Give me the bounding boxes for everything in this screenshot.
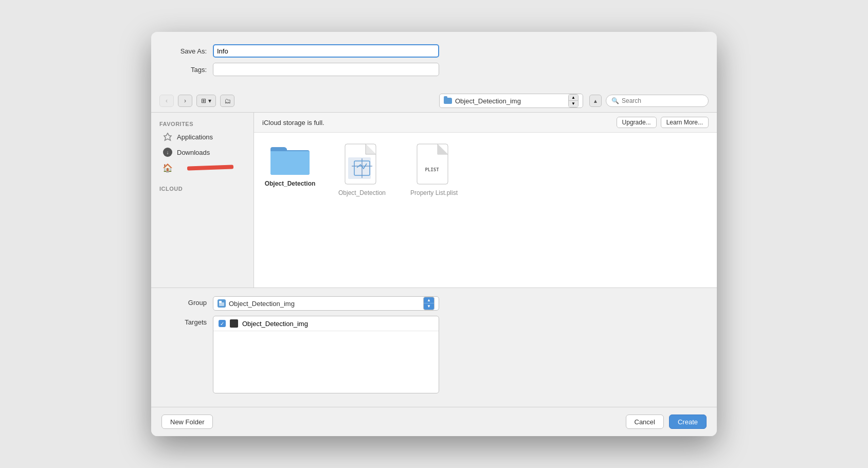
svg-rect-5 [219,302,224,306]
downloads-label: Downloads [177,149,210,156]
targets-row: Targets ✓ Object_Detection_img [172,316,696,393]
sidebar: Favorites Applications ↓ Downloads [151,113,254,287]
xcode-icon-graphic [344,143,380,185]
group-icon [218,299,226,308]
sidebar-item-downloads[interactable]: ↓ Downloads [154,145,250,160]
targets-list: ✓ Object_Detection_img [213,316,439,393]
learn-more-button[interactable]: Learn More... [661,117,709,128]
sidebar-item-applications[interactable]: Applications [154,129,250,145]
plist-icon-graphic: PLIST [416,143,452,185]
group-picker[interactable]: Object_Detection_img ▲ ▼ [213,296,439,311]
icloud-label: iCloud [151,184,254,194]
group-value: Object_Detection_img [229,300,420,308]
stepper-up-icon[interactable]: ▲ [569,95,578,101]
new-folder-button[interactable]: New Folder [161,415,213,429]
favorites-label: Favorites [151,119,254,129]
search-input[interactable] [622,97,699,104]
group-row: Group Object_Detection_img ▲ ▼ [172,296,696,311]
target-name-0: Object_Detection_img [242,320,308,328]
downloads-icon: ↓ [163,148,172,157]
grid-icon: ⊞ [201,97,206,104]
file-item-xcode[interactable]: Object_Detection [336,143,388,196]
file-name-plist: Property List.plist [410,189,458,196]
target-row-0[interactable]: ✓ Object_Detection_img [213,316,439,331]
bottom-buttons: New Folder Cancel Create [151,407,717,436]
view-options-button[interactable]: ⊞ ▾ [196,95,216,107]
toolbar: ‹ › ⊞ ▾ 🗂 Object_Detection_img ▲ ▼ ▲ 🔍 [151,89,717,113]
new-folder-icon: 🗂 [224,97,231,105]
tags-label: Tags: [172,66,213,74]
save-as-input[interactable] [213,44,439,58]
search-box[interactable]: 🔍 [606,95,709,107]
redaction-overlay [187,165,233,170]
expand-button[interactable]: ▲ [589,95,602,107]
location-stepper[interactable]: ▲ ▼ [568,94,578,107]
top-form: Save As: Tags: [151,32,717,89]
icloud-actions: Upgrade... Learn More... [617,117,709,128]
home-icon: 🏠 [162,163,173,173]
targets-label: Targets [172,316,213,326]
targets-empty-area [213,331,439,393]
applications-icon [162,132,173,142]
folder-icon [444,98,452,104]
tags-row: Tags: [172,63,696,76]
save-dialog: Save As: Tags: ‹ › ⊞ ▾ 🗂 Object_Detectio… [151,32,717,436]
file-item-folder[interactable]: Object_Detection [264,143,316,187]
svg-text:PLIST: PLIST [425,167,439,172]
target-app-icon-0 [230,319,238,328]
back-icon: ‹ [166,97,168,104]
back-button[interactable]: ‹ [159,95,174,107]
expand-icon: ▲ [593,98,598,104]
icloud-section: iCloud [151,184,254,194]
main-content: Favorites Applications ↓ Downloads [151,113,717,287]
search-icon: 🔍 [611,97,619,104]
sidebar-item-home[interactable]: 🏠 [154,160,250,175]
file-name-xcode: Object_Detection [338,189,386,196]
save-as-label: Save As: [172,47,213,55]
folder-icon-graphic [269,143,311,176]
group-stepper[interactable]: ▲ ▼ [423,297,435,310]
icloud-message: iCloud storage is full. [262,119,324,127]
group-stepper-down[interactable]: ▼ [424,303,434,310]
chevron-down-icon: ▾ [208,97,211,104]
file-browser: iCloud storage is full. Upgrade... Learn… [254,113,717,287]
group-stepper-up[interactable]: ▲ [424,297,434,303]
right-buttons: Cancel Create [626,415,707,429]
bottom-form: Group Object_Detection_img ▲ ▼ Targets [151,287,717,407]
tags-input[interactable] [213,63,439,76]
forward-icon: › [184,97,186,104]
file-name-folder: Object_Detection [265,180,316,187]
target-checkbox-0[interactable]: ✓ [219,320,226,327]
group-label: Group [172,296,213,307]
stepper-down-icon[interactable]: ▼ [569,101,578,107]
icloud-banner: iCloud storage is full. Upgrade... Learn… [254,113,717,133]
cancel-button[interactable]: Cancel [626,415,664,429]
applications-label: Applications [177,133,213,141]
location-picker[interactable]: Object_Detection_img ▲ ▼ [439,94,583,108]
file-item-plist[interactable]: PLIST Property List.plist [408,143,460,196]
forward-button[interactable]: › [178,95,192,107]
files-area: Object_Detection Object [254,133,717,287]
svg-rect-6 [219,301,222,303]
new-folder-toolbar-button[interactable]: 🗂 [220,95,234,107]
save-as-row: Save As: [172,44,696,58]
upgrade-button[interactable]: Upgrade... [617,117,657,128]
create-button[interactable]: Create [669,415,707,429]
location-name: Object_Detection_img [455,97,563,105]
